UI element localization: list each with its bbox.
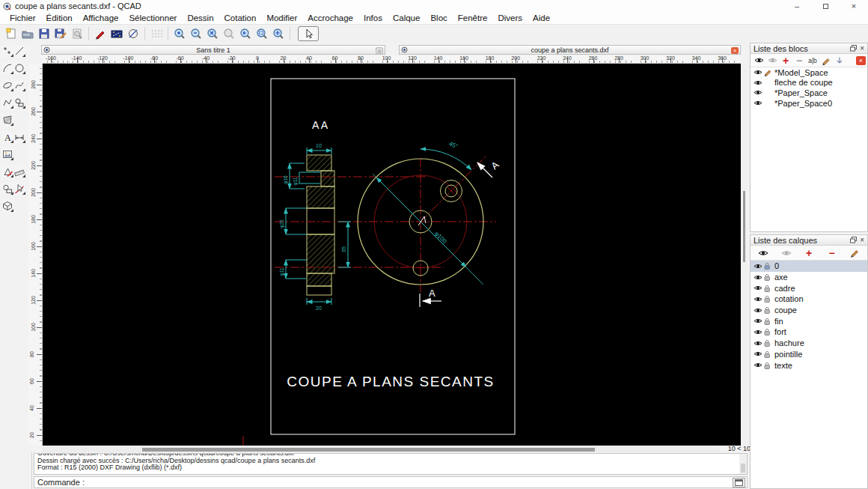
subwindow-untitled-titlebar[interactable]: Sans titre 1 ×	[41, 45, 385, 55]
layer-row[interactable]: pointille	[751, 349, 867, 360]
menu-accrochage[interactable]: Accrochage	[302, 13, 358, 22]
drawing-preferences-button[interactable]	[109, 26, 125, 42]
remove-layer-icon[interactable]: −	[825, 247, 839, 258]
point-tool-button[interactable]	[1, 45, 13, 57]
edit-block-icon[interactable]	[819, 55, 833, 66]
lock-icon[interactable]	[764, 273, 774, 281]
menu-cotation[interactable]: Cotation	[219, 13, 262, 22]
show-all-layers-icon[interactable]	[757, 247, 770, 258]
selection-pointer-button[interactable]	[298, 26, 319, 41]
eye-icon[interactable]	[754, 100, 764, 106]
lock-icon[interactable]	[764, 339, 774, 347]
canvas-vertical-scrollbar[interactable]	[742, 64, 747, 446]
eye-icon[interactable]	[754, 329, 764, 335]
edit-layer-icon[interactable]	[848, 247, 861, 258]
ellipse-tool-button[interactable]	[1, 79, 13, 91]
command-history[interactable]: Ouverture du dessin : C:/Users/richa/Des…	[34, 453, 748, 475]
menu-bloc[interactable]: Bloc	[425, 13, 452, 22]
select-tool-button[interactable]	[13, 183, 25, 195]
auto-zoom-button[interactable]	[204, 26, 221, 42]
layer-row[interactable]: axe	[751, 272, 867, 283]
scrollbar-thumb[interactable]	[743, 191, 745, 262]
float-panel-icon[interactable]	[850, 237, 857, 243]
eye-icon[interactable]	[754, 285, 764, 291]
save-button[interactable]	[36, 26, 52, 42]
menu-infos[interactable]: Infos	[358, 13, 388, 22]
close-block-edit-icon[interactable]: ×	[856, 56, 866, 65]
new-file-button[interactable]	[3, 26, 19, 42]
minimize-button[interactable]: –	[783, 0, 811, 12]
print-preview-button[interactable]	[69, 26, 85, 42]
eye-icon[interactable]	[754, 307, 764, 314]
pan-zoom-button[interactable]	[270, 26, 287, 42]
eye-icon[interactable]	[754, 318, 764, 324]
menu-modifier[interactable]: Modifier	[261, 13, 302, 22]
lock-icon[interactable]	[764, 262, 774, 270]
add-layer-icon[interactable]: +	[802, 247, 816, 258]
lock-icon[interactable]	[764, 318, 774, 325]
eye-icon[interactable]	[754, 69, 764, 76]
canvas-horizontal-scrollbar[interactable]	[43, 446, 720, 452]
polyline-tool-button[interactable]	[1, 97, 13, 109]
layer-row[interactable]: hachure	[751, 338, 867, 349]
image-tool-button[interactable]	[1, 148, 13, 160]
text-tool-button[interactable]: A	[1, 131, 13, 143]
block-tool-button[interactable]	[1, 183, 13, 195]
hide-all-blocks-icon[interactable]	[765, 55, 779, 66]
layer-row[interactable]: texte	[751, 359, 867, 371]
eye-icon[interactable]	[754, 350, 764, 357]
insert-block-icon[interactable]	[833, 55, 846, 66]
lock-icon[interactable]	[764, 362, 774, 369]
arc-tool-button[interactable]	[1, 62, 13, 74]
restore-button[interactable]	[811, 0, 840, 12]
subwindow-drawing-titlebar[interactable]: coupe a plans secants.dxf ×	[399, 45, 741, 55]
menu-affichage[interactable]: Affichage	[78, 13, 124, 22]
lock-icon[interactable]	[764, 350, 774, 358]
show-all-blocks-icon[interactable]	[752, 55, 765, 66]
layer-row[interactable]: cotation	[751, 294, 867, 305]
close-panel-icon[interactable]: ×	[860, 45, 864, 52]
zoom-out-button[interactable]	[188, 26, 204, 42]
menu-selectionner[interactable]: Sélectionner	[123, 13, 182, 22]
hatch-tool-button[interactable]	[1, 114, 13, 126]
scrollbar-thumb[interactable]	[142, 448, 595, 452]
menu-dessin[interactable]: Dessin	[182, 13, 218, 22]
remove-block-icon[interactable]: −	[792, 55, 806, 66]
block-row[interactable]: *Paper_Space	[751, 88, 867, 98]
close-panel-icon[interactable]: ×	[860, 237, 864, 244]
eye-icon[interactable]	[754, 296, 764, 303]
layer-row[interactable]: fort	[751, 326, 867, 338]
lock-icon[interactable]	[764, 306, 774, 314]
block-row[interactable]: fleche de coupe	[751, 78, 867, 88]
grid-toggle-button[interactable]	[148, 26, 165, 42]
window-zoom-button[interactable]	[254, 26, 270, 42]
zoom-in-button[interactable]	[171, 26, 188, 42]
layer-row[interactable]: fin	[751, 315, 867, 326]
menu-calque[interactable]: Calque	[388, 13, 425, 22]
circle-tool-button[interactable]	[13, 62, 25, 74]
pencil-edit-button[interactable]	[92, 26, 109, 42]
eye-icon[interactable]	[754, 79, 764, 86]
block-row[interactable]: *Model_Space	[751, 67, 867, 78]
spline-tool-button[interactable]	[13, 79, 25, 91]
hide-all-layers-icon[interactable]	[780, 247, 793, 258]
block-row[interactable]: *Paper_Space0	[751, 98, 867, 109]
subwindow-drawing-close-icon[interactable]: ×	[731, 47, 739, 54]
zoom-1-1-button[interactable]	[221, 26, 237, 42]
save-as-button[interactable]	[52, 26, 69, 42]
history-scrollbar[interactable]	[739, 454, 747, 474]
line-tool-button[interactable]	[13, 45, 25, 57]
modify-tool-button[interactable]	[1, 165, 13, 177]
eye-icon[interactable]	[754, 263, 764, 270]
menu-divers[interactable]: Divers	[492, 13, 528, 22]
menu-aide[interactable]: Aide	[528, 13, 555, 22]
float-panel-icon[interactable]	[850, 45, 857, 52]
lock-icon[interactable]	[764, 328, 774, 335]
command-options-button[interactable]	[733, 478, 745, 488]
menu-fichier[interactable]: Fichier	[4, 13, 41, 22]
layer-row[interactable]: coupe	[751, 305, 867, 316]
drawing-canvas[interactable]: 10 20 35 φ16 φ11 φ20 φ11 φ100 45° A A A	[43, 64, 741, 446]
layer-row[interactable]: 0	[751, 261, 867, 272]
lock-icon[interactable]	[764, 285, 774, 292]
menu-fenetre[interactable]: Fenêtre	[453, 13, 493, 22]
